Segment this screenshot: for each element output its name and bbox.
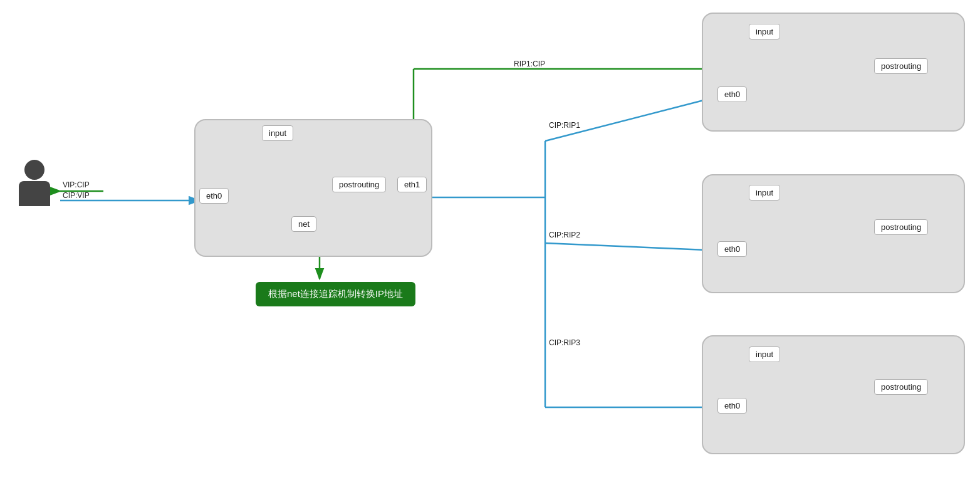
rs3-postrouting-box: postrouting bbox=[874, 379, 928, 395]
rs3-postrouting-label: postrouting bbox=[881, 382, 921, 392]
rs3-cluster bbox=[702, 335, 965, 454]
lb-net-label: net bbox=[298, 219, 310, 229]
rs3-eth0-label: eth0 bbox=[724, 401, 740, 410]
lb-input-label: input bbox=[269, 128, 286, 138]
lb-input-box: input bbox=[262, 125, 293, 141]
label-cip-rip1: CIP:RIP1 bbox=[549, 121, 580, 130]
lb-postrouting-label: postrouting bbox=[339, 180, 379, 189]
label-cip-vip: CIP:VIP bbox=[63, 191, 90, 200]
rs1-input-box: input bbox=[749, 24, 780, 39]
lb-postrouting-box: postrouting bbox=[332, 177, 386, 192]
rs2-input-box: input bbox=[749, 185, 780, 201]
lb-eth0-label: eth0 bbox=[206, 191, 222, 201]
rs2-postrouting-label: postrouting bbox=[881, 222, 921, 232]
rs2-eth0-box: eth0 bbox=[717, 241, 747, 257]
svg-line-12 bbox=[545, 96, 721, 141]
network-diagram: VIP:CIP CIP:VIP eth0 input postrouting e… bbox=[0, 0, 980, 495]
lb-eth0-box: eth0 bbox=[199, 188, 229, 204]
green-label-box: 根据net连接追踪机制转换IP地址 bbox=[256, 282, 415, 306]
rs3-input-label: input bbox=[756, 350, 773, 359]
rs2-eth0-label: eth0 bbox=[724, 244, 740, 254]
rs3-eth0-box: eth0 bbox=[717, 398, 747, 414]
lb-eth1-label: eth1 bbox=[404, 180, 420, 189]
rs1-postrouting-box: postrouting bbox=[874, 58, 928, 74]
rs1-postrouting-label: postrouting bbox=[881, 61, 921, 71]
label-vip-cip: VIP:CIP bbox=[63, 180, 90, 189]
lb-net-box: net bbox=[291, 216, 316, 232]
label-rip1-cip: RIP1:CIP bbox=[514, 60, 545, 68]
label-cip-rip3: CIP:RIP3 bbox=[549, 338, 580, 347]
svg-line-13 bbox=[545, 243, 721, 251]
lb-cluster bbox=[194, 119, 432, 257]
rs2-postrouting-box: postrouting bbox=[874, 219, 928, 235]
rs2-input-label: input bbox=[756, 188, 773, 197]
client-person bbox=[19, 160, 50, 206]
label-cip-rip2: CIP:RIP2 bbox=[549, 231, 580, 239]
lb-eth1-box: eth1 bbox=[397, 177, 427, 192]
rs3-input-box: input bbox=[749, 346, 780, 362]
green-label-text: 根据net连接追踪机制转换IP地址 bbox=[268, 288, 403, 300]
rs1-eth0-label: eth0 bbox=[724, 90, 740, 99]
rs1-eth0-box: eth0 bbox=[717, 86, 747, 102]
rs1-input-label: input bbox=[756, 27, 773, 36]
